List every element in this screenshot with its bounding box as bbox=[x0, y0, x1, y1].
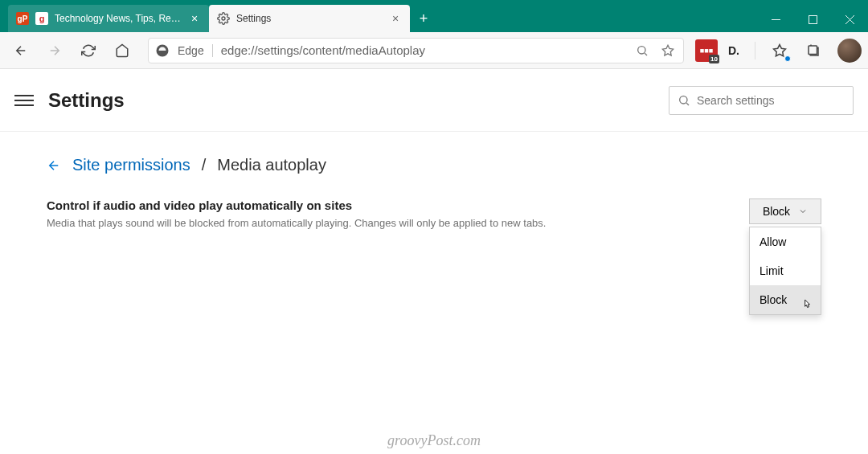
dropdown-value: Block bbox=[763, 205, 790, 218]
window-maximize-button[interactable] bbox=[794, 6, 831, 32]
svg-line-12 bbox=[686, 103, 689, 105]
new-tab-button[interactable]: + bbox=[410, 5, 437, 32]
nav-home-button[interactable] bbox=[108, 36, 137, 65]
browser-tab-inactive[interactable]: gP g Technology News, Tips, Reviews, × bbox=[8, 5, 209, 32]
address-bar[interactable]: Edge edge://settings/content/mediaAutopl… bbox=[148, 38, 684, 63]
favicon-gp-icon: gP bbox=[16, 12, 29, 25]
breadcrumb-separator: / bbox=[202, 156, 207, 174]
svg-point-0 bbox=[222, 17, 225, 20]
settings-content: Site permissions / Media autoplay Contro… bbox=[0, 132, 868, 253]
svg-point-11 bbox=[680, 96, 687, 103]
close-tab-icon[interactable]: × bbox=[188, 12, 201, 25]
setting-description: Media that plays sound will be blocked f… bbox=[47, 217, 749, 229]
tab-title: Settings bbox=[236, 13, 383, 24]
favicon-g-icon: g bbox=[35, 12, 48, 25]
nav-forward-button[interactable] bbox=[40, 36, 69, 65]
favorites-button[interactable] bbox=[765, 36, 794, 65]
menu-hamburger-icon[interactable] bbox=[14, 91, 34, 110]
search-settings-input[interactable] bbox=[697, 94, 845, 107]
setting-row-autoplay: Control if audio and video play automati… bbox=[47, 198, 821, 229]
extension-lastpass-icon[interactable]: ■■■ 10 bbox=[695, 39, 718, 62]
browser-tab-active[interactable]: Settings × bbox=[209, 5, 410, 32]
cursor-pointer-icon bbox=[801, 298, 813, 311]
toolbar-divider bbox=[755, 42, 755, 59]
extension-badge: 10 bbox=[709, 55, 719, 63]
setting-title: Control if audio and video play automati… bbox=[47, 198, 749, 212]
svg-rect-2 bbox=[809, 15, 817, 23]
search-settings-box[interactable] bbox=[669, 86, 854, 115]
address-label: Edge bbox=[178, 44, 213, 57]
close-tab-icon[interactable]: × bbox=[389, 12, 402, 25]
edge-logo-icon bbox=[155, 43, 170, 58]
window-titlebar: gP g Technology News, Tips, Reviews, × S… bbox=[0, 0, 868, 32]
nav-back-button[interactable] bbox=[6, 36, 35, 65]
autoplay-dropdown-button[interactable]: Block bbox=[749, 198, 821, 224]
zoom-icon[interactable] bbox=[633, 42, 651, 59]
svg-marker-9 bbox=[774, 44, 786, 55]
address-url: edge://settings/content/mediaAutoplay bbox=[221, 43, 625, 57]
collections-button[interactable] bbox=[799, 36, 828, 65]
breadcrumb-parent-link[interactable]: Site permissions bbox=[72, 156, 190, 174]
dropdown-option-allow[interactable]: Allow bbox=[750, 227, 821, 256]
browser-toolbar: Edge edge://settings/content/mediaAutopl… bbox=[0, 32, 868, 69]
page-title: Settings bbox=[48, 89, 125, 112]
window-minimize-button[interactable] bbox=[757, 6, 794, 32]
favorite-star-icon[interactable] bbox=[659, 42, 677, 59]
window-close-button[interactable] bbox=[831, 6, 868, 32]
dropdown-option-block[interactable]: Block bbox=[750, 285, 821, 314]
window-controls bbox=[757, 6, 868, 32]
watermark-text: groovyPost.com bbox=[387, 432, 481, 449]
breadcrumb-back-icon[interactable] bbox=[47, 158, 61, 173]
search-icon bbox=[678, 94, 690, 107]
gear-icon bbox=[217, 12, 230, 25]
profile-avatar[interactable] bbox=[837, 39, 862, 63]
breadcrumb: Site permissions / Media autoplay bbox=[47, 156, 821, 174]
chevron-down-icon bbox=[798, 207, 808, 216]
svg-rect-10 bbox=[809, 46, 817, 55]
dropdown-option-limit[interactable]: Limit bbox=[750, 256, 821, 285]
svg-point-6 bbox=[638, 46, 645, 53]
svg-line-7 bbox=[645, 53, 647, 55]
extension-d-icon[interactable]: D. bbox=[723, 39, 745, 62]
nav-refresh-button[interactable] bbox=[74, 36, 103, 65]
svg-marker-8 bbox=[662, 45, 673, 55]
tab-title: Technology News, Tips, Reviews, bbox=[55, 13, 182, 24]
autoplay-dropdown-menu: Allow Limit Block bbox=[749, 227, 821, 315]
settings-header: Settings bbox=[0, 69, 868, 132]
breadcrumb-current: Media autoplay bbox=[217, 156, 326, 174]
